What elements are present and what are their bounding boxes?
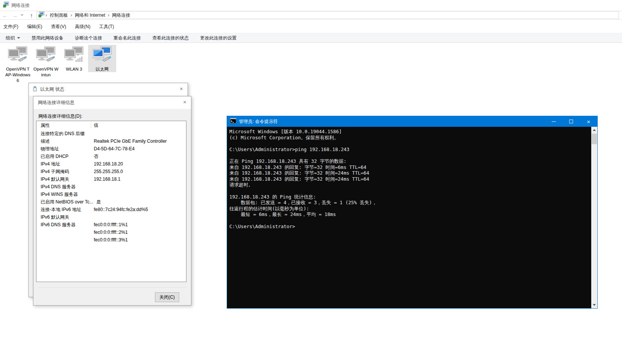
table-row: IPv4 子网掩码255.255.255.0 [36,168,186,175]
maximize-button[interactable] [562,116,580,127]
explorer-titlebar: 网络连接 [0,0,622,11]
table-row: IPv6 默认网关 [36,213,186,221]
scroll-up-icon[interactable] [593,129,596,131]
up-arrow-icon[interactable]: ↑ [27,12,36,19]
close-button[interactable]: 关闭(C) [155,292,179,302]
row-value: fe80::7c24:94fc:fe2a:dd%5 [91,207,186,212]
table-row: 物理地址D4-5D-64-7C-78-E4 [36,145,186,153]
terminal-line: 来自 192.168.18.243 的回复: 字节=32 时间=6ms TTL=… [229,164,591,170]
table-row: IPv4 地址192.168.18.20 [36,160,186,168]
command-prompt-window: 管理员: 命令提示符 × Microsoft Windows [版本 10.0.… [227,116,598,309]
toolbar-rename-connection[interactable]: 重命名此连接 [108,35,147,41]
table-row: 描述Realtek PCIe GbE Family Controller [36,137,186,145]
row-property: IPv4 地址 [36,161,91,167]
menu-file[interactable]: 文件(F) [0,24,24,30]
terminal-line: 来自 192.168.18.243 的回复: 字节=32 时间=24ms TTL… [229,176,591,182]
row-value: 是 [93,199,186,205]
details-table: 属性 值 连接特定的 DNS 后缀 描述Realtek PCIe GbE Fam… [36,121,186,282]
terminal-output[interactable]: Microsoft Windows [版本 10.0.19044.1586] (… [227,127,591,308]
history-dropdown-icon[interactable] [21,14,24,16]
row-property: 已启用 DHCP [36,153,91,160]
adapter-wlan3[interactable]: WLAN 3 [60,45,88,72]
terminal-line: 最短 = 6ms，最长 = 24ms，平均 = 18ms [229,211,591,217]
menu-view[interactable]: 查看(V) [47,24,71,30]
breadcrumb-network-connections[interactable]: 网络连接 [111,12,132,19]
connection-details-dialog: 网络连接详细信息 × 网络连接详细信息(D): 属性 值 连接特定的 DNS 后… [33,96,191,306]
breadcrumb-separator: › [44,13,48,18]
terminal-line: 往返行程的估计时间(以毫秒为单位): [229,206,591,212]
table-row: 连接特定的 DNS 后缀 [36,130,186,137]
breadcrumb-control-panel[interactable]: 控制面板 [48,12,69,19]
adapter-label: 以太网 [90,66,115,72]
row-value: fec0:0:0:ffff::2%1 [91,230,186,235]
table-row: fec0:0:0:ffff::2%1 [36,228,186,236]
row-value: 192.168.18.20 [91,161,186,167]
toolbar-organize[interactable]: 组织 [0,35,26,41]
menu-advanced[interactable]: 高级(N) [71,24,96,30]
terminal-line: Microsoft Windows [版本 10.0.19044.1586] [229,129,591,135]
terminal-line: 正在 Ping 192.168.18.243 具有 32 字节的数据: [229,158,591,164]
adapter-label: OpenVPN Wintun [33,66,58,78]
dialog-title: 以太网 状态 [40,86,64,93]
table-row: IPv4 DNS 服务器 [36,183,186,191]
row-property: 已启用 NetBIOS over Tc... [36,199,93,205]
minimize-icon [552,121,556,122]
row-value: 192.168.18.1 [91,176,186,182]
menu-tools[interactable]: 工具(T) [96,24,119,30]
close-icon[interactable]: × [180,86,183,91]
row-property: IPv4 默认网关 [36,176,91,183]
back-arrow-icon[interactable]: ← [0,12,10,19]
toolbar-diagnose-connection[interactable]: 诊断这个连接 [69,35,108,41]
wifi-adapter-disabled-icon [64,46,84,65]
close-icon: × [587,119,590,124]
terminal-line: C:\Users\Administrator> [229,224,591,230]
adapter-list: OpenVPN TAP-Windows6 OpenVPN Wintun [4,45,116,84]
explorer-navbar: ← → ↑ › 控制面板 › 网络和 Internet › 网络连接 [0,11,622,20]
adapter-label: OpenVPN TAP-Windows6 [5,66,30,84]
close-button[interactable]: × [580,116,597,127]
row-property: IPv4 DNS 服务器 [36,184,91,190]
close-icon[interactable]: × [183,99,186,105]
connection-details-titlebar: 网络连接详细信息 × [33,96,191,109]
terminal-line: 192.168.18.243 的 Ping 统计信息: [229,194,591,200]
toolbar-view-status[interactable]: 查看此连接的状态 [147,35,194,41]
terminal-line: C:\Users\Administrator>ping 192.168.18.2… [229,147,591,153]
terminal-line: (c) Microsoft Corporation。保留所有权利。 [229,135,591,141]
ethernet-adapter-disabled-icon [8,46,28,65]
toolbar-change-settings[interactable]: 更改此连接的设置 [194,35,242,41]
address-bar[interactable]: › 控制面板 › 网络和 Internet › 网络连接 [36,11,619,19]
column-header-property: 属性 [36,122,91,129]
scroll-down-icon[interactable] [593,304,596,306]
row-value: 255.255.255.0 [91,169,186,174]
breadcrumb-network-internet[interactable]: 网络和 Internet [73,12,107,19]
row-property: 物理地址 [36,146,91,152]
ethernet-adapter-connected-icon [92,46,112,65]
dialog-title: 网络连接详细信息 [38,99,74,106]
terminal-title: 管理员: 命令提示符 [239,118,278,125]
terminal-line: 来自 192.168.18.243 的回复: 字节=32 时间=24ms TTL… [229,170,591,176]
details-table-header: 属性 值 [36,121,186,130]
adapter-label: WLAN 3 [62,66,87,72]
scrollbar-thumb[interactable] [592,134,597,144]
explorer-menubar: 文件(F) 编辑(E) 查看(V) 高级(N) 工具(T) [0,20,622,33]
adapter-openvpn-wintun[interactable]: OpenVPN Wintun [32,45,60,78]
terminal-scrollbar[interactable] [591,127,597,308]
window-title: 网络连接 [11,2,30,9]
row-property: IPv4 WINS 服务器 [36,191,91,198]
table-row: 已启用 NetBIOS over Tc...是 [36,198,186,206]
details-list-label: 网络连接详细信息(D): [38,113,82,120]
toolbar-disable-device[interactable]: 禁用此网络设备 [26,35,69,41]
table-row: IPv4 默认网关192.168.18.1 [36,175,186,183]
minimize-button[interactable] [545,116,562,127]
adapter-openvpn-tap[interactable]: OpenVPN TAP-Windows6 [4,45,32,84]
forward-arrow-icon[interactable]: → [10,12,20,19]
adapter-ethernet[interactable]: 以太网 [88,45,116,72]
menu-edit[interactable]: 编辑(E) [24,24,47,30]
dialog-separator [38,287,186,288]
row-property: 连接-本地 IPv6 地址 [36,206,91,213]
cmd-icon [230,118,236,125]
terminal-line [229,188,591,194]
row-property: 连接特定的 DNS 后缀 [36,131,91,137]
terminal-titlebar[interactable]: 管理员: 命令提示符 × [227,116,597,127]
table-row: 连接-本地 IPv6 地址fe80::7c24:94fc:fe2a:dd%5 [36,206,186,213]
